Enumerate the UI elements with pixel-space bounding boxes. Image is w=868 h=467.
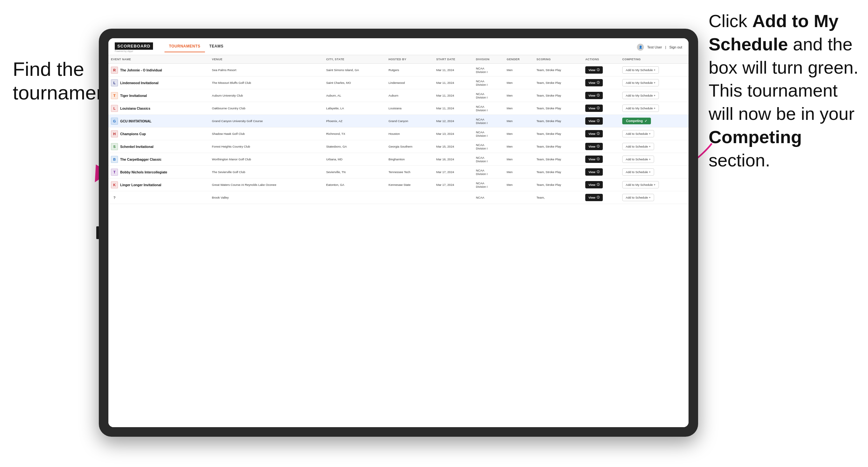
city-state-cell: Phoenix, AZ (323, 115, 386, 127)
table-row: K Linger Longer Invitational Great Water… (108, 179, 688, 191)
competing-cell: Add to My Schedule + (620, 76, 688, 89)
view-button[interactable]: View ⓘ (585, 156, 602, 163)
view-button[interactable]: View ⓘ (585, 66, 602, 74)
col-actions: ACTIONS (583, 55, 620, 64)
table-row: H Champions Cup Shadow Hawk Golf ClubRic… (108, 127, 688, 140)
city-state-cell: Statesboro, GA (323, 140, 386, 153)
team-logo: R (111, 67, 118, 74)
actions-cell: View ⓘ (583, 179, 620, 191)
city-state-cell: Auburn, AL (323, 89, 386, 102)
col-division: DIVISION (473, 55, 504, 64)
view-button[interactable]: View ⓘ (585, 104, 602, 112)
scoring-cell: Team, Stroke Play (534, 127, 583, 140)
scoring-cell: Team, Stroke Play (534, 102, 583, 115)
event-name-text: Champions Cup (120, 132, 146, 136)
table-row: T Tiger Invitational Auburn University C… (108, 89, 688, 102)
table-row: B The Carpetbagger Classic Worthington M… (108, 153, 688, 166)
add-to-schedule-button[interactable]: Add to Schedule + (622, 156, 654, 163)
city-state-cell: Eatonton, GA (323, 179, 386, 191)
actions-cell: View ⓘ (583, 140, 620, 153)
view-button[interactable]: View ⓘ (585, 168, 602, 176)
hosted-by-cell: Lindenwood (386, 76, 434, 89)
hosted-by-cell: Grand Canyon (386, 115, 434, 127)
event-name-text: Bobby Nichols Intercollegiate (120, 170, 167, 174)
view-button[interactable]: View ⓘ (585, 92, 602, 99)
view-button[interactable]: View ⓘ (585, 143, 602, 150)
gender-cell (504, 191, 534, 204)
start-date-cell: Mar 17, 2024 (434, 166, 473, 179)
competing-cell: Competing ✓ (620, 115, 688, 127)
event-name-cell: R The Johnnie - O Individual (108, 64, 210, 76)
tab-teams[interactable]: TEAMS (205, 42, 228, 52)
division-cell: NCAADivision I (473, 89, 504, 102)
actions-cell: View ⓘ (583, 89, 620, 102)
add-to-schedule-button[interactable]: Add to My Schedule + (622, 92, 659, 99)
event-name-cell: G GCU INVITATIONAL (108, 115, 210, 127)
add-to-schedule-button[interactable]: Add to Schedule + (622, 130, 654, 137)
team-logo: H (111, 130, 118, 137)
competing-button[interactable]: Competing ✓ (622, 118, 651, 124)
tournaments-table: EVENT NAME VENUE CITY, STATE HOSTED BY S… (108, 55, 688, 204)
gender-cell: Men (504, 153, 534, 166)
venue-cell: Sea Palms Resort (210, 64, 323, 76)
col-start-date: START DATE (434, 55, 473, 64)
division-cell: NCAADivision I (473, 76, 504, 89)
main-nav: TOURNAMENTS TEAMS (164, 42, 228, 52)
view-button[interactable]: View ⓘ (585, 79, 602, 86)
tab-tournaments[interactable]: TOURNAMENTS (164, 42, 205, 52)
start-date-cell: Mar 11, 2024 (434, 102, 473, 115)
view-button[interactable]: View ⓘ (585, 117, 602, 125)
scoring-cell: Team, Stroke Play (534, 153, 583, 166)
event-name-text: Linger Longer Invitational (120, 183, 161, 187)
start-date-cell: Mar 11, 2024 (434, 64, 473, 76)
team-logo: ? (111, 194, 118, 201)
gender-cell: Men (504, 140, 534, 153)
actions-cell: View ⓘ (583, 115, 620, 127)
side-notch (96, 226, 99, 239)
scoring-cell: Team, Stroke Play (534, 140, 583, 153)
venue-cell: Auburn University Club (210, 89, 323, 102)
sign-out-link[interactable]: Sign out (670, 45, 682, 49)
add-to-schedule-button[interactable]: Add to My Schedule + (622, 79, 659, 86)
hosted-by-cell: Houston (386, 127, 434, 140)
add-to-schedule-button[interactable]: Add to My Schedule + (622, 104, 659, 112)
view-button[interactable]: View ⓘ (585, 194, 602, 201)
start-date-cell (434, 191, 473, 204)
competing-cell: Add to Schedule + (620, 153, 688, 166)
event-name-cell: K Linger Longer Invitational (108, 179, 210, 191)
table-row: G GCU INVITATIONAL Grand Canyon Universi… (108, 115, 688, 127)
add-to-schedule-button[interactable]: Add to Schedule + (622, 168, 654, 176)
venue-cell: The Missouri Bluffs Golf Club (210, 76, 323, 89)
team-logo: G (111, 118, 118, 125)
team-logo: K (111, 181, 118, 188)
scoring-cell: Team, (534, 191, 583, 204)
start-date-cell: Mar 11, 2024 (434, 76, 473, 89)
event-name-cell: H Champions Cup (108, 127, 210, 140)
division-cell: NCAADivision I (473, 64, 504, 76)
tournaments-table-container: EVENT NAME VENUE CITY, STATE HOSTED BY S… (108, 55, 688, 427)
table-row: ? Brook ValleyNCAATeam, View ⓘ Add to Sc… (108, 191, 688, 204)
view-button[interactable]: View ⓘ (585, 181, 602, 188)
view-button[interactable]: View ⓘ (585, 130, 602, 137)
start-date-cell: Mar 16, 2024 (434, 153, 473, 166)
col-competing: COMPETING (620, 55, 688, 64)
team-logo: T (111, 92, 118, 99)
add-to-schedule-button[interactable]: Add to My Schedule + (622, 66, 659, 74)
col-city-state: CITY, STATE (323, 55, 386, 64)
start-date-cell: Mar 15, 2024 (434, 140, 473, 153)
logo-box: SCOREBOARD (115, 42, 153, 50)
user-avatar: 👤 (637, 44, 644, 51)
division-cell: NCAADivision I (473, 179, 504, 191)
add-to-schedule-button[interactable]: Add to My Schedule + (622, 181, 659, 188)
gender-cell: Men (504, 127, 534, 140)
scoring-cell: Team, Stroke Play (534, 76, 583, 89)
gender-cell: Men (504, 179, 534, 191)
col-hosted-by: HOSTED BY (386, 55, 434, 64)
event-name-cell: S Schenkel Invitational (108, 140, 210, 153)
table-row: T Bobby Nichols Intercollegiate The Sevi… (108, 166, 688, 179)
competing-cell: Add to My Schedule + (620, 102, 688, 115)
gender-cell: Men (504, 76, 534, 89)
add-to-schedule-button[interactable]: Add to Schedule + (622, 194, 654, 201)
gender-cell: Men (504, 115, 534, 127)
add-to-schedule-button[interactable]: Add to Schedule + (622, 143, 654, 150)
